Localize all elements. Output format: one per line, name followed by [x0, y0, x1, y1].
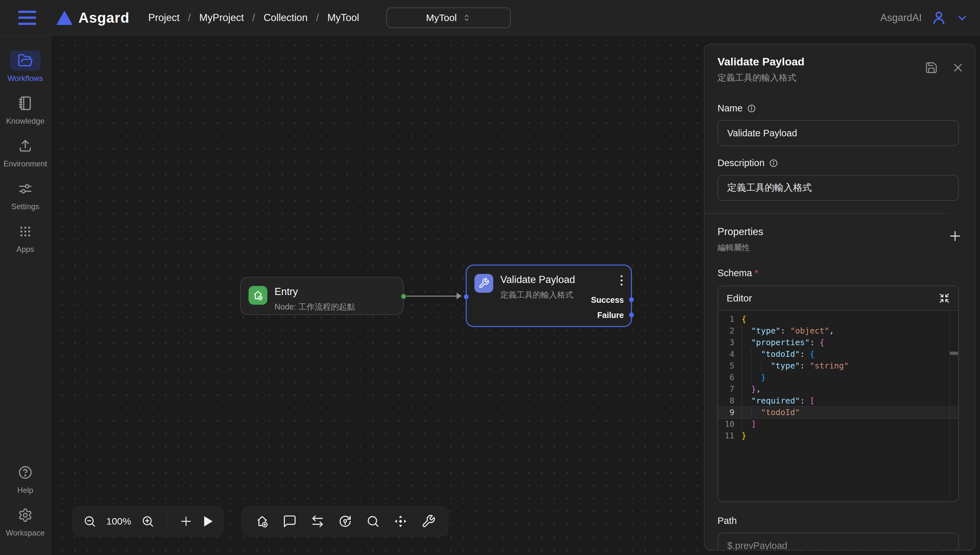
wrench-icon [478, 278, 489, 289]
node-subtitle: Node: 工作流程的起點 [275, 302, 355, 312]
entry-node-icon [249, 286, 267, 305]
breadcrumb-item-collection[interactable]: Collection [264, 12, 307, 24]
code-line[interactable]: 4"todoId": { [718, 348, 958, 360]
code-line[interactable]: 3"properties": { [718, 337, 958, 348]
code-line[interactable]: 8"required": [ [718, 395, 958, 407]
path-label-text: Path [718, 515, 737, 526]
add-button[interactable] [180, 515, 193, 528]
code-line[interactable]: 6} [718, 372, 958, 383]
save-button[interactable] [925, 61, 938, 74]
tools-button[interactable] [421, 514, 436, 528]
code-line[interactable]: 5"type": "string" [718, 360, 958, 372]
code-line[interactable]: 1{ [718, 313, 958, 325]
close-icon [952, 62, 964, 74]
schema-label-row: Schema* [718, 268, 962, 279]
zoom-in-button[interactable] [141, 515, 154, 528]
code-line[interactable]: 2"type": "object", [718, 325, 958, 337]
search-button[interactable] [366, 514, 380, 528]
main: Workflows Knowledge Environment Settings [0, 35, 980, 555]
play-icon [204, 516, 212, 526]
swap-direction-button[interactable] [311, 514, 325, 528]
info-icon[interactable] [747, 104, 756, 113]
left-right-arrows-icon [311, 514, 325, 528]
tool-selector-dropdown[interactable]: MyTool [386, 8, 511, 28]
expand-icon [939, 293, 950, 304]
search-icon [366, 514, 380, 528]
topbar-right: AsgardAI [880, 9, 968, 27]
line-number: 7 [718, 383, 742, 395]
rotate-lightbulb-icon [338, 514, 352, 528]
comment-icon [283, 514, 297, 528]
add-property-button[interactable] [948, 229, 962, 243]
hamburger-menu-icon[interactable] [18, 11, 36, 25]
code-line[interactable]: 7}, [718, 383, 958, 395]
auto-arrange-button[interactable] [338, 514, 352, 528]
sidebar-item-workspace[interactable]: Workspace [6, 505, 45, 537]
sidebar-item-label: Workspace [6, 528, 45, 537]
node-title: Validate Payload [500, 274, 575, 286]
editor-scrollbar-thumb[interactable] [950, 352, 958, 355]
fit-view-button[interactable] [393, 514, 408, 528]
breadcrumb-item-mytool[interactable]: MyTool [327, 12, 359, 24]
schema-editor: Editor 1{2"type": "object",3"properties"… [718, 286, 959, 502]
user-avatar-icon[interactable] [930, 9, 948, 27]
path-field-label: Path [718, 515, 962, 526]
code-editor[interactable]: 1{2"type": "object",3"properties": {4"to… [718, 311, 958, 501]
schema-label: Schema [718, 268, 752, 278]
breadcrumb-item-project[interactable]: Project [148, 12, 180, 24]
edge-arrowhead [457, 293, 462, 299]
knowledge-tile [10, 93, 40, 113]
comment-button[interactable] [283, 514, 297, 528]
sidebar: Workflows Knowledge Environment Settings [0, 35, 51, 555]
entry-output-port[interactable] [401, 294, 406, 299]
info-icon[interactable] [769, 159, 778, 168]
node-entry[interactable]: Entry Node: 工作流程的起點 [240, 277, 404, 315]
line-number: 2 [718, 325, 742, 337]
sidebar-item-settings[interactable]: Settings [10, 179, 40, 211]
editor-title: Editor [727, 293, 752, 304]
validate-failure-port[interactable] [629, 313, 634, 317]
sidebar-item-label: Workflows [8, 74, 43, 83]
add-entry-node-button[interactable] [255, 514, 269, 528]
chevrons-up-down-icon [462, 13, 471, 22]
sidebar-item-knowledge[interactable]: Knowledge [6, 93, 45, 126]
description-field-label: Description [718, 158, 962, 168]
code-line[interactable]: 11} [718, 430, 958, 442]
sidebar-item-workflows[interactable]: Workflows [8, 51, 43, 83]
edge-entry-to-validate[interactable] [406, 296, 458, 297]
workflow-canvas[interactable]: Entry Node: 工作流程的起點 Validate Payload 定義工… [51, 35, 980, 555]
breadcrumb: Project / MyProject / Collection / MyToo… [148, 12, 359, 24]
notebook-icon [18, 96, 33, 111]
line-number: 6 [718, 372, 742, 383]
properties-section: Properties 編輯屬性 [718, 226, 962, 253]
logo[interactable]: Asgard [56, 10, 130, 26]
node-menu-kebab-icon[interactable] [619, 274, 624, 287]
sidebar-item-label: Apps [16, 245, 34, 254]
path-input[interactable] [718, 533, 959, 550]
account-chevron-down-icon[interactable] [956, 12, 968, 24]
sidebar-item-help[interactable]: Help [10, 462, 40, 495]
validate-input-port[interactable] [464, 294, 468, 299]
sidebar-item-apps[interactable]: Apps [10, 221, 40, 254]
editor-expand-button[interactable] [939, 293, 950, 304]
name-label-text: Name [718, 103, 742, 114]
editor-scrollbar[interactable] [949, 311, 958, 501]
code-line[interactable]: 9"todoId" [718, 407, 958, 419]
description-input[interactable] [718, 175, 959, 201]
grid-dots-icon [18, 225, 32, 239]
sidebar-item-label: Environment [3, 159, 47, 168]
validate-success-port[interactable] [629, 297, 634, 302]
run-button[interactable] [202, 516, 212, 526]
close-panel-button[interactable] [952, 62, 964, 74]
node-validate-payload[interactable]: Validate Payload 定義工具的輸入格式 Success Failu… [466, 265, 632, 327]
breadcrumb-separator: / [316, 12, 319, 24]
name-input[interactable] [718, 120, 959, 146]
output-label-success: Success [591, 295, 624, 305]
folder-open-icon [18, 53, 33, 68]
code-line[interactable]: 10] [718, 419, 958, 430]
breadcrumb-item-myproject[interactable]: MyProject [199, 12, 244, 24]
sidebar-item-environment[interactable]: Environment [3, 136, 47, 168]
environment-tile [10, 136, 40, 156]
zoom-out-button[interactable] [83, 515, 97, 528]
line-number: 10 [718, 419, 742, 430]
